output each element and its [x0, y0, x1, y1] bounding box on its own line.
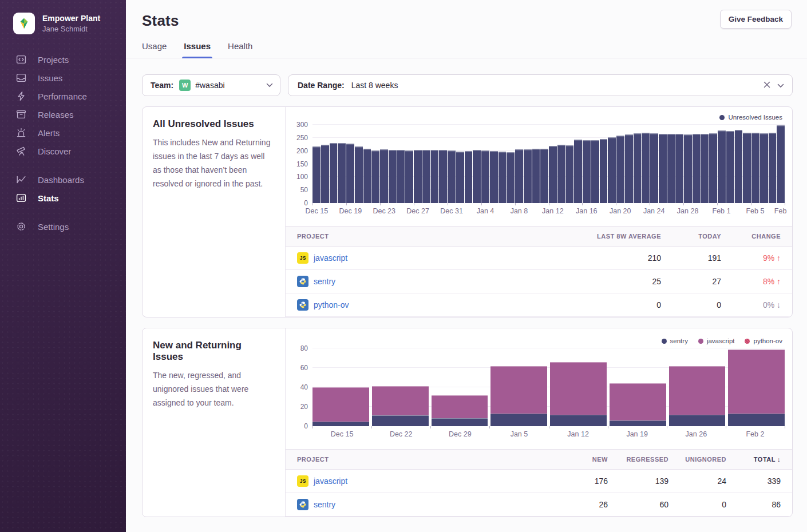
y-axis-label: 150 [296, 160, 308, 168]
date-range-select[interactable]: Date Range: Last 8 weeks [288, 74, 793, 96]
sidebar-item-discover[interactable]: Discover [0, 142, 126, 160]
sidebar-item-releases[interactable]: Releases [0, 105, 126, 124]
tab-health[interactable]: Health [228, 41, 252, 58]
nav-section: ProjectsIssuesPerformanceReleasesAlertsD… [0, 50, 126, 160]
sidebar-item-issues[interactable]: Issues [0, 69, 126, 87]
value-cell: 191 [661, 253, 721, 263]
chart2-plot: 020406080 [312, 348, 785, 426]
value-cell: 339 [726, 477, 781, 486]
x-axis-label: Jan 5 [511, 430, 528, 438]
panel1-summary: All Unresolved Issues This includes New … [143, 107, 286, 317]
bar-segment-javascript [728, 350, 785, 414]
sidebar-item-dashboards[interactable]: Dashboards [0, 170, 126, 189]
chart2-legend: sentryjavascriptpython-ov [291, 336, 785, 348]
bar [667, 134, 675, 203]
discover-icon [16, 146, 26, 156]
sidebar-item-label: Dashboards [38, 175, 84, 185]
bar [675, 134, 683, 203]
team-select[interactable]: Team: W #wasabi [142, 74, 280, 96]
nav-section: Settings [0, 217, 126, 236]
legend-item-unresolved-issues[interactable]: Unresolved Issues [719, 114, 782, 121]
x-axis-tick [380, 203, 381, 205]
x-axis-label: Jan 28 [677, 207, 699, 215]
value-cell: 0 [661, 300, 721, 309]
sidebar-item-projects[interactable]: Projects [0, 50, 126, 69]
legend-item-python-ov[interactable]: python-ov [745, 338, 782, 344]
x-axis-tick [608, 426, 608, 428]
y-axis-label: 50 [300, 186, 308, 194]
bar [490, 151, 498, 203]
sidebar-item-label: Performance [38, 92, 87, 101]
chevron-down-icon[interactable] [777, 81, 784, 90]
bar-segment-sentry [490, 414, 547, 426]
bar [583, 140, 591, 203]
bar-segment-javascript [372, 386, 429, 415]
column-header-total[interactable]: TOTAL↓ [726, 456, 781, 463]
nav-section: DashboardsStats [0, 170, 126, 207]
releases-icon [16, 109, 26, 120]
bar [566, 145, 574, 203]
project-link[interactable]: javascript [314, 253, 347, 263]
project-link[interactable]: sentry [314, 500, 335, 509]
x-axis-tick [650, 203, 650, 205]
bar [405, 150, 413, 203]
tab-bar: UsageIssuesHealth [126, 41, 807, 58]
x-axis-label: Jan 20 [610, 207, 631, 215]
page-title: Stats [142, 12, 792, 30]
value-cell: 27 [661, 277, 721, 286]
legend-item-sentry[interactable]: sentry [662, 338, 688, 344]
project-cell: JSjavascript [297, 252, 569, 264]
project-link[interactable]: python-ov [314, 300, 349, 309]
x-axis-label: Feb [774, 207, 787, 215]
bar [751, 133, 759, 203]
bar [769, 133, 777, 203]
project-link[interactable]: sentry [314, 277, 335, 286]
sidebar-item-stats[interactable]: Stats [0, 189, 126, 207]
bar [608, 137, 616, 203]
chart1-bars [312, 125, 785, 203]
y-axis-label: 0 [304, 199, 308, 207]
bar [760, 133, 768, 203]
bar [718, 130, 726, 203]
column-header-change: CHANGE [721, 233, 781, 240]
y-axis-label: 20 [300, 403, 308, 411]
bar [642, 133, 650, 203]
bar [625, 134, 633, 203]
chart1-plot: 050100150200250300 [312, 125, 785, 203]
give-feedback-button[interactable]: Give Feedback [720, 10, 792, 29]
y-axis-label: 0 [304, 422, 308, 430]
panel2-summary: New and Returning Issues The new, regres… [143, 328, 286, 517]
unresolved-issues-table: PROJECTLAST 8W AVERAGETODAYCHANGEJSjavas… [286, 226, 792, 317]
clear-icon[interactable] [764, 81, 770, 90]
x-axis-label: Dec 15 [331, 430, 354, 438]
legend-item-javascript[interactable]: javascript [698, 338, 735, 344]
x-axis-label: Dec 19 [339, 207, 362, 215]
bar [709, 133, 717, 203]
column-header-new: NEW [547, 456, 608, 463]
bar [693, 134, 701, 203]
value-cell: 176 [547, 477, 608, 486]
bar-segment-javascript [669, 366, 726, 415]
value-cell: 0 [668, 500, 726, 509]
org-switcher[interactable]: Empower Plant Jane Schmidt [0, 0, 126, 34]
tab-issues[interactable]: Issues [184, 41, 211, 58]
bar [431, 150, 439, 203]
sidebar-item-performance[interactable]: Performance [0, 87, 126, 105]
sidebar-item-settings[interactable]: Settings [0, 217, 126, 236]
x-axis-label: Jan 24 [643, 207, 665, 215]
team-avatar: W [179, 80, 191, 91]
project-cell: python-ov [297, 299, 569, 311]
value-cell: 25 [569, 277, 661, 286]
x-axis-tick [371, 426, 372, 428]
project-link[interactable]: javascript [314, 477, 347, 486]
tab-usage[interactable]: Usage [142, 41, 167, 58]
sidebar-item-alerts[interactable]: Alerts [0, 124, 126, 142]
chevron-down-icon[interactable] [266, 83, 273, 88]
change-cell: 0% ↓ [721, 300, 781, 309]
user-name: Jane Schmidt [42, 25, 100, 33]
bar [574, 140, 582, 203]
bar [684, 134, 692, 203]
y-axis-label: 60 [300, 364, 308, 372]
bar [473, 150, 481, 203]
chart1-legend: Unresolved Issues [291, 113, 785, 125]
